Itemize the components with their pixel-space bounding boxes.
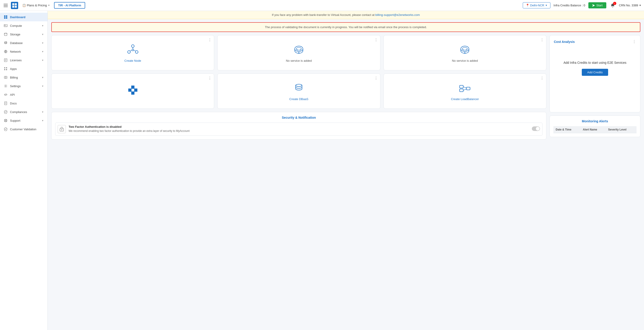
body-layout: Dashboard Compute ▼ Storage xyxy=(0,11,644,330)
add-credits-button[interactable]: Add Credits xyxy=(582,69,608,76)
compliances-icon xyxy=(4,110,8,114)
svg-point-20 xyxy=(6,67,7,68)
svg-rect-52 xyxy=(131,91,134,95)
sidebar-item-network[interactable]: Network ▼ xyxy=(0,47,48,56)
svg-rect-49 xyxy=(131,86,134,89)
svg-rect-50 xyxy=(128,88,132,92)
no-service-label-1: No service is added xyxy=(286,59,312,62)
sidebar-label-api: API xyxy=(10,93,15,96)
create-dbaas-card[interactable]: ⋮ Create DBaaS xyxy=(217,73,380,109)
sidebar-item-docs[interactable]: Docs xyxy=(0,99,48,108)
tfa-row: Two Factor Authentication is disabled We… xyxy=(55,123,542,136)
notification-count: 2 xyxy=(613,2,616,5)
tfa-toggle[interactable] xyxy=(532,126,540,131)
chevron-icon: ▼ xyxy=(42,76,44,79)
svg-point-12 xyxy=(4,33,7,34)
chevron-down-icon: ▼ xyxy=(545,4,548,6)
bottom-row: Security & Notification Two Factor xyxy=(51,112,546,140)
sidebar-item-storage[interactable]: Storage ▼ xyxy=(0,30,48,38)
sidebar-item-compute[interactable]: Compute ▼ xyxy=(0,21,48,30)
service-cards-grid: ⋮ Create Node xyxy=(51,35,546,109)
card-menu-icon[interactable]: ⋮ xyxy=(374,38,378,42)
create-node-label: Create Node xyxy=(124,59,141,62)
sidebar-item-settings[interactable]: Settings ▼ xyxy=(0,82,48,90)
sidebar-item-apps[interactable]: Apps xyxy=(0,64,48,73)
tir-ai-platform-button[interactable]: TIR - AI Platform xyxy=(54,2,85,9)
svg-rect-6 xyxy=(6,15,7,17)
cost-analysis-title: Cost Analysis xyxy=(554,40,575,43)
security-title: Security & Notification xyxy=(55,116,542,119)
chevron-icon: ▼ xyxy=(42,85,44,87)
create-loadbalancer-label: Create LoadBalancer xyxy=(451,97,479,101)
svg-marker-4 xyxy=(592,4,595,7)
svg-point-38 xyxy=(132,45,134,47)
create-loadbalancer-card[interactable]: ⋮ Create LoadBalancer xyxy=(384,73,546,109)
no-service-label-2: No service is added xyxy=(452,59,478,62)
location-pin-icon: 📍 xyxy=(526,4,529,7)
sidebar-item-api[interactable]: API xyxy=(0,90,48,99)
sidebar: Dashboard Compute ▼ Storage xyxy=(0,11,48,330)
network-icon xyxy=(4,49,8,53)
start-button[interactable]: Start xyxy=(588,2,606,8)
dbaas-icon xyxy=(292,81,306,95)
no-service-card-2[interactable]: ⋮ No service is added xyxy=(384,35,546,70)
card-menu-icon[interactable]: ⋮ xyxy=(208,38,212,42)
create-plus-card[interactable]: ⋮ xyxy=(51,73,214,109)
col-alert-name: Alert Name xyxy=(580,126,606,133)
card-menu-icon[interactable]: ⋮ xyxy=(540,76,544,80)
sidebar-item-support[interactable]: Support ▼ xyxy=(0,116,48,125)
sidebar-label-compute: Compute xyxy=(10,24,22,27)
no-service-card-1[interactable]: ⋮ No service is added xyxy=(217,35,380,70)
card-menu-icon[interactable]: ⋮ xyxy=(540,38,544,42)
svg-rect-10 xyxy=(4,25,6,25)
cloud-db-icon-1 xyxy=(292,43,306,57)
sidebar-item-billing[interactable]: Billing ▼ xyxy=(0,73,48,82)
top-header: 📋 Plans & Pricing ▼ TIR - AI Platform 📍 … xyxy=(0,0,644,11)
crn-number[interactable]: CRN No. 3389 ▼ xyxy=(619,4,641,7)
card-menu-icon[interactable]: ⋮ xyxy=(374,76,378,80)
sidebar-item-dashboard[interactable]: Dashboard xyxy=(0,13,48,21)
svg-rect-7 xyxy=(4,17,6,18)
hamburger-button[interactable] xyxy=(3,3,9,8)
cost-analysis-menu-icon[interactable]: ⋮ xyxy=(632,39,636,44)
apps-icon xyxy=(4,67,8,71)
card-menu-icon[interactable]: ⋮ xyxy=(208,76,212,80)
location-button[interactable]: 📍 Delhi-NCR ▼ xyxy=(523,2,550,8)
svg-point-19 xyxy=(4,67,5,68)
cloud-db-icon-2 xyxy=(458,43,472,57)
chevron-icon: ▼ xyxy=(42,24,44,27)
logo-icon xyxy=(11,2,18,9)
send-icon xyxy=(592,4,595,7)
security-notification-card: Security & Notification Two Factor xyxy=(51,112,546,140)
api-icon xyxy=(4,93,8,97)
sidebar-item-licenses[interactable]: Licenses ▼ xyxy=(0,56,48,64)
loadbalancer-icon xyxy=(458,81,472,95)
svg-point-13 xyxy=(4,41,7,42)
svg-point-45 xyxy=(295,46,303,51)
billing-support-link[interactable]: billing-support@e2enetworks.com xyxy=(375,13,420,16)
cost-empty-text: Add Infra Credits to start using E2E Ser… xyxy=(564,60,626,65)
create-node-card[interactable]: ⋮ Create Node xyxy=(51,35,214,70)
create-dbaas-label: Create DBaaS xyxy=(289,97,308,101)
sidebar-item-customer-validation[interactable]: Customer Validation xyxy=(0,125,48,133)
header-right: 📍 Delhi-NCR ▼ Infra Credits Balance : 0 … xyxy=(523,2,641,9)
dashboard-left: ⋮ Create Node xyxy=(51,35,546,140)
svg-rect-5 xyxy=(4,15,6,17)
chevron-icon: ▼ xyxy=(42,119,44,122)
sidebar-item-compliances[interactable]: Compliances ▼ xyxy=(0,108,48,116)
plans-pricing-button[interactable]: 📋 Plans & Pricing ▼ xyxy=(20,3,52,8)
monitoring-title: Monitoring Alerts xyxy=(554,119,636,123)
svg-rect-0 xyxy=(12,3,14,5)
svg-point-46 xyxy=(296,47,301,50)
sidebar-label-billing: Billing xyxy=(10,76,18,79)
notifications-button[interactable]: 2 xyxy=(610,2,616,9)
billing-icon xyxy=(4,75,8,79)
svg-rect-2 xyxy=(12,6,14,8)
node-icon xyxy=(126,43,140,57)
sidebar-label-dashboard: Dashboard xyxy=(10,15,26,19)
svg-rect-54 xyxy=(460,85,463,88)
chevron-icon: ▼ xyxy=(42,59,44,61)
sidebar-label-settings: Settings xyxy=(10,84,21,88)
sidebar-item-database[interactable]: Database ▼ xyxy=(0,38,48,47)
svg-point-24 xyxy=(5,77,6,78)
